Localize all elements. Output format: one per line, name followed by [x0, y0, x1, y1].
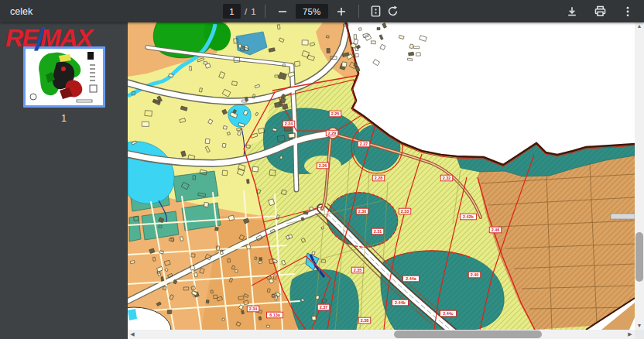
scroll-left-arrow[interactable]: ◀: [128, 330, 137, 338]
zone-label: 2.42b: [461, 214, 477, 220]
minus-icon: [276, 5, 289, 18]
zone-label: 2.40: [468, 272, 481, 278]
vertical-scrollbar[interactable]: ▲ ▼: [635, 22, 644, 330]
zone-label: 6.13a: [267, 312, 283, 318]
pdf-toolbar: celek 1 / 1 75%: [0, 0, 644, 22]
svg-text:2.40: 2.40: [471, 272, 479, 277]
zone-label: 2.27: [358, 141, 370, 147]
zone-label: 2.24: [283, 121, 295, 127]
svg-text:2.37: 2.37: [320, 305, 328, 310]
thumbnail-minimap: [26, 49, 103, 105]
pdf-viewer-window: celek 1 / 1 75%: [0, 0, 644, 339]
svg-text:2.46: 2.46: [492, 228, 500, 232]
svg-text:2.44b: 2.44b: [395, 300, 406, 305]
zone-label: 2.34: [247, 306, 259, 312]
zone-label: 2.44c: [440, 310, 457, 317]
print-button[interactable]: [591, 3, 608, 20]
toolbar-center-controls: 1 / 1 75%: [223, 0, 402, 22]
scrollbar-corner: [635, 330, 644, 339]
zone-label: 2.25: [329, 111, 341, 117]
svg-text:2.28: 2.28: [375, 176, 383, 180]
download-icon: [566, 5, 578, 18]
svg-text:2.30: 2.30: [358, 209, 367, 214]
zone-label: 2.44a: [403, 276, 420, 282]
more-options-button[interactable]: [619, 3, 636, 20]
svg-text:2.24: 2.24: [285, 122, 293, 126]
page-divider: /: [245, 7, 247, 16]
plus-icon: [335, 5, 348, 18]
zone-label: 2.33: [399, 208, 411, 214]
zone-label: 2.44b: [392, 300, 409, 306]
toolbar-divider: [358, 5, 359, 18]
download-button[interactable]: [564, 3, 581, 20]
pdf-page-canvas: 2.242.252.292.272.262.282.322.302.332.31…: [128, 22, 635, 330]
page-total: 1: [251, 7, 255, 16]
fit-page-icon: [369, 5, 382, 18]
zone-label: 2.37: [317, 304, 330, 310]
remax-logo-max: MAX: [40, 24, 92, 52]
svg-text:2.25: 2.25: [331, 111, 340, 116]
rotate-button[interactable]: [385, 3, 402, 20]
zone-label: 2.28: [372, 175, 385, 181]
zone-label: 2.38: [358, 317, 371, 324]
zone-label: 2.30: [356, 208, 368, 214]
thumbnail-wrap: 1: [0, 46, 128, 124]
zoom-level-value: 75%: [303, 7, 320, 16]
svg-text:2.44c: 2.44c: [443, 311, 454, 316]
zone-label: 2.46: [489, 227, 502, 233]
svg-text:2.31: 2.31: [374, 229, 382, 234]
vertical-scrollbar-thumb[interactable]: [635, 232, 643, 282]
scroll-down-arrow[interactable]: ▼: [635, 322, 644, 330]
remax-logo-re: RE: [5, 24, 37, 52]
svg-text:2.26: 2.26: [319, 163, 327, 168]
svg-text:6.13a: 6.13a: [269, 313, 280, 317]
print-icon: [594, 5, 607, 18]
page-number-input[interactable]: 1: [223, 4, 241, 19]
zoning-map: 2.242.252.292.272.262.282.322.302.332.31…: [128, 22, 635, 330]
thumbnail-sidebar: 1: [0, 22, 128, 339]
horizontal-scrollbar[interactable]: ◀ ▶: [128, 330, 635, 339]
horizontal-scrollbar-thumb[interactable]: [394, 330, 542, 338]
svg-text:2.27: 2.27: [360, 142, 368, 146]
zoom-in-button[interactable]: [333, 3, 350, 20]
toolbar-divider: [265, 5, 265, 18]
zoom-out-button[interactable]: [274, 3, 291, 20]
zoom-level-input[interactable]: 75%: [296, 4, 328, 19]
document-title: celek: [10, 6, 33, 17]
zone-label: 2.26: [317, 163, 329, 169]
kebab-menu-icon: [622, 5, 634, 18]
svg-text:2.33: 2.33: [401, 209, 409, 214]
zone-label: 2.35: [351, 267, 364, 273]
thumbnail-page-number: 1: [61, 113, 67, 124]
zone-label: 2.29: [326, 130, 338, 136]
svg-text:2.29: 2.29: [328, 131, 337, 135]
zone-label: 2.31: [372, 228, 384, 235]
fit-page-button[interactable]: [368, 3, 385, 20]
svg-text:2.34: 2.34: [249, 306, 258, 311]
scroll-up-arrow[interactable]: ▲: [635, 22, 644, 30]
page-number-value: 1: [229, 7, 234, 16]
svg-text:2.38: 2.38: [361, 318, 369, 323]
svg-text:2.42b: 2.42b: [463, 214, 474, 219]
toolbar-right-controls: [564, 0, 636, 22]
svg-text:2.44a: 2.44a: [406, 276, 416, 281]
svg-text:2.35: 2.35: [354, 268, 362, 272]
svg-text:2.32: 2.32: [443, 176, 451, 180]
scroll-right-arrow[interactable]: ▶: [625, 330, 635, 338]
remax-logo: RE/MAX: [5, 24, 92, 55]
rotate-counterclockwise-icon: [386, 5, 399, 18]
zone-label: 2.32: [440, 175, 453, 181]
